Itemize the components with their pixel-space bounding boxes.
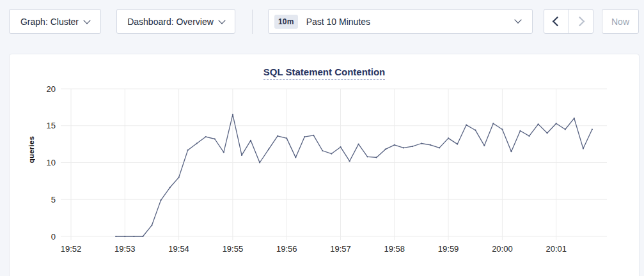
chevron-down-icon [218,17,225,24]
x-tick-label: 19:55 [223,244,244,254]
data-point [421,142,422,144]
data-point [349,160,350,162]
data-point [403,147,404,148]
data-point [574,118,575,119]
data-point [169,187,170,188]
x-tick-label: 19:57 [330,244,351,254]
chart-title-row: SQL Statement Contention [10,66,639,80]
data-point [358,144,359,145]
data-point [483,145,485,146]
x-tick-label: 19:59 [438,244,459,254]
data-point [286,137,287,139]
x-tick-label: 19:58 [384,244,405,254]
data-point [331,153,332,155]
data-point [592,128,593,130]
data-point [241,155,242,156]
sql-contention-chart: 0510152019:5219:5319:5419:5519:5619:5719… [10,80,640,272]
data-point [268,149,269,150]
data-point [187,150,189,151]
data-point [448,137,449,139]
chevron-down-icon [83,17,90,24]
now-button-label: Now [611,17,629,27]
chart-title[interactable]: SQL Statement Contention [263,66,386,80]
data-point [565,128,566,130]
data-point [501,128,503,130]
data-point [412,146,413,147]
toolbar: Graph: Cluster Dashboard: Overview 10m P… [0,0,644,47]
data-point [304,136,305,137]
data-point [214,138,216,139]
data-point [528,135,530,137]
data-point [160,199,161,201]
data-point [510,151,512,152]
toolbar-divider [252,10,253,34]
time-pager [544,9,593,34]
data-point [124,236,125,237]
data-point [492,123,494,124]
previous-time-button[interactable] [544,10,569,33]
data-point [313,135,314,136]
x-tick-label: 19:53 [114,244,136,254]
data-point [430,144,431,146]
time-range-dropdown[interactable]: 10m Past 10 Minutes [268,9,533,34]
graph-dropdown[interactable]: Graph: Cluster [9,9,101,34]
data-point [142,236,143,237]
data-point [295,157,296,158]
y-tick-label: 15 [47,121,56,130]
data-point [556,123,557,124]
now-button[interactable]: Now [602,9,639,34]
data-point [223,151,224,153]
x-tick-label: 19:56 [276,244,297,254]
data-point [457,144,458,145]
data-point [151,225,152,226]
data-point [367,156,368,157]
x-tick-label: 20:01 [546,244,567,254]
data-point [394,144,395,146]
data-point [340,146,341,148]
x-tick-label: 19:52 [61,244,82,254]
data-point [466,125,467,126]
time-range-badge: 10m [274,15,298,29]
data-point [547,132,548,134]
x-tick-label: 20:00 [492,244,513,254]
data-point [250,140,251,141]
data-point [178,177,180,178]
data-point [196,142,198,144]
dashboard-dropdown[interactable]: Dashboard: Overview [116,9,235,34]
chevron-right-icon [574,17,585,27]
data-point [115,236,116,237]
data-point [376,157,377,158]
data-point [439,147,440,148]
data-point [205,136,207,137]
data-point [519,130,521,132]
dashboard-dropdown-label: Dashboard: Overview [127,17,214,27]
data-point [277,135,278,137]
y-tick-label: 5 [51,195,56,204]
data-point [583,148,584,150]
data-point [538,123,539,125]
series-line [116,114,592,236]
data-point [232,114,233,115]
data-point [133,236,134,237]
graph-dropdown-label: Graph: Cluster [20,17,79,27]
data-point [322,150,323,151]
chevron-down-icon [514,16,521,23]
chevron-left-icon [553,17,563,27]
chart-card: SQL Statement Contention queries 0510152… [9,54,640,276]
x-tick-label: 19:54 [168,244,189,254]
y-tick-label: 10 [47,158,56,167]
data-point [475,130,476,131]
data-point [259,162,260,163]
y-tick-label: 20 [47,84,56,94]
y-tick-label: 0 [51,232,56,241]
data-point [385,149,386,150]
time-range-label: Past 10 Minutes [306,17,370,27]
next-time-button[interactable] [569,10,593,33]
